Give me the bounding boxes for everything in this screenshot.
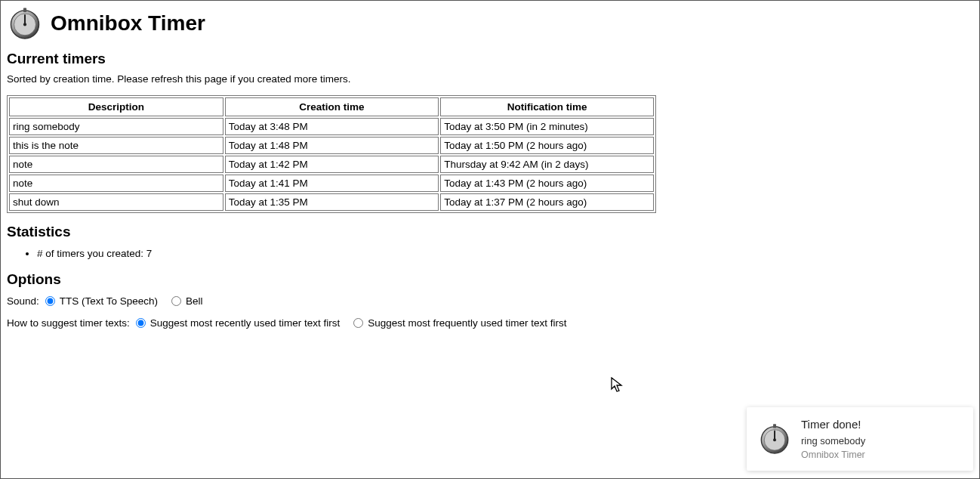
cell-creation-time: Today at 3:48 PM <box>225 118 439 135</box>
svg-point-9 <box>773 438 776 441</box>
suggest-frequent-label: Suggest most frequently used timer text … <box>368 317 566 329</box>
sound-bell-label: Bell <box>186 295 203 307</box>
svg-rect-7 <box>773 424 776 428</box>
toast-message: ring somebody <box>801 435 961 447</box>
svg-point-4 <box>23 23 26 26</box>
sound-option-label: Sound: <box>7 295 39 307</box>
sound-tts-label: TTS (Text To Speech) <box>60 295 158 307</box>
suggest-frequent-option[interactable]: Suggest most frequently used timer text … <box>353 317 566 329</box>
current-timers-heading: Current timers <box>7 51 973 67</box>
cell-creation-time: Today at 1:48 PM <box>225 137 439 154</box>
col-header-notification-time: Notification time <box>440 97 654 116</box>
suggest-recent-label: Suggest most recently used timer text fi… <box>150 317 340 329</box>
timers-table: Description Creation time Notification t… <box>7 95 656 213</box>
table-row: ring somebody Today at 3:48 PM Today at … <box>9 118 654 135</box>
toast-source: Omnibox Timer <box>801 450 961 460</box>
suggest-recent-option[interactable]: Suggest most recently used timer text fi… <box>136 317 340 329</box>
options-heading: Options <box>7 271 973 288</box>
cell-creation-time: Today at 1:42 PM <box>225 156 439 173</box>
sound-bell-option[interactable]: Bell <box>171 295 203 307</box>
suggest-frequent-radio[interactable] <box>353 318 363 328</box>
cell-description: this is the note <box>9 137 223 154</box>
stopwatch-icon <box>8 7 42 40</box>
cell-description: shut down <box>9 193 223 211</box>
notification-toast[interactable]: Timer done! ring somebody Omnibox Timer <box>747 407 973 471</box>
svg-rect-2 <box>23 8 26 12</box>
cell-notification-time: Today at 3:50 PM (in 2 minutes) <box>440 118 654 135</box>
cell-notification-time: Thursday at 9:42 AM (in 2 days) <box>440 156 654 173</box>
cell-creation-time: Today at 1:41 PM <box>225 175 439 192</box>
cell-notification-time: Today at 1:37 PM (2 hours ago) <box>440 193 654 211</box>
sound-tts-radio[interactable] <box>45 296 55 306</box>
table-header-row: Description Creation time Notification t… <box>9 97 654 116</box>
sound-option-row: Sound: TTS (Text To Speech) Bell <box>7 295 973 307</box>
cell-description: note <box>9 156 223 173</box>
cell-description: ring somebody <box>9 118 223 135</box>
table-row: note Today at 1:41 PM Today at 1:43 PM (… <box>9 175 654 192</box>
sound-bell-radio[interactable] <box>171 296 181 306</box>
col-header-creation-time: Creation time <box>225 97 439 116</box>
stat-item: # of timers you created: 7 <box>37 246 973 261</box>
current-timers-subtext: Sorted by creation time. Please refresh … <box>7 73 973 85</box>
toast-title: Timer done! <box>801 418 961 431</box>
page-root: Omnibox Timer Current timers Sorted by c… <box>1 1 979 345</box>
table-row: this is the note Today at 1:48 PM Today … <box>9 137 654 154</box>
cell-notification-time: Today at 1:43 PM (2 hours ago) <box>440 175 654 192</box>
table-row: shut down Today at 1:35 PM Today at 1:37… <box>9 193 654 211</box>
app-title: Omnibox Timer <box>51 11 205 36</box>
suggest-option-label: How to suggest timer texts: <box>7 317 130 329</box>
cursor-icon <box>611 377 624 394</box>
statistics-list: # of timers you created: 7 <box>7 246 973 261</box>
suggest-option-row: How to suggest timer texts: Suggest most… <box>7 317 973 329</box>
table-row: note Today at 1:42 PM Thursday at 9:42 A… <box>9 156 654 173</box>
stopwatch-icon <box>759 423 790 455</box>
cell-creation-time: Today at 1:35 PM <box>225 193 439 211</box>
col-header-description: Description <box>9 97 223 116</box>
toast-body: Timer done! ring somebody Omnibox Timer <box>801 418 961 460</box>
sound-tts-option[interactable]: TTS (Text To Speech) <box>45 295 158 307</box>
page-header: Omnibox Timer <box>7 7 973 40</box>
suggest-recent-radio[interactable] <box>136 318 146 328</box>
cell-description: note <box>9 175 223 192</box>
statistics-heading: Statistics <box>7 224 973 240</box>
cell-notification-time: Today at 1:50 PM (2 hours ago) <box>440 137 654 154</box>
